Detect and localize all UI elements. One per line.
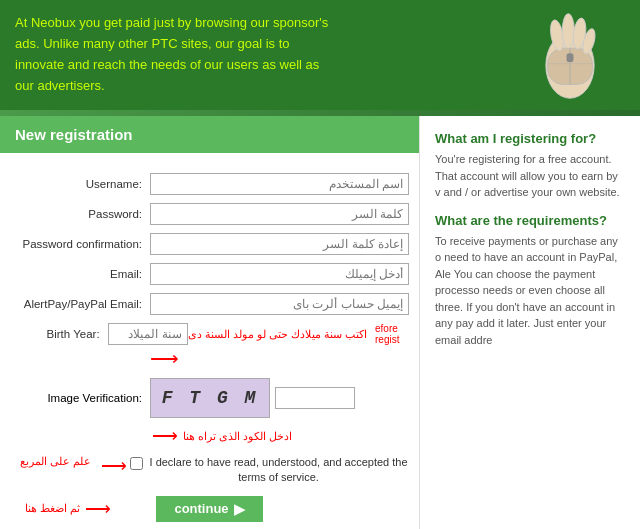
terms-row: علم على المربع ⟶ I declare to have read,… <box>10 455 409 486</box>
username-label: Username: <box>10 178 150 190</box>
section1-title: What am I registering for? <box>435 131 625 146</box>
captcha-image: F T G M <box>150 378 270 418</box>
email-input[interactable] <box>150 263 409 285</box>
email-row: Email: <box>10 263 409 285</box>
alertpay-label: AlertPay/PayPal Email: <box>10 298 150 310</box>
terms-arrow-icon: ⟶ <box>101 455 127 477</box>
password-input[interactable] <box>150 203 409 225</box>
password-label: Password: <box>10 208 150 220</box>
birth-year-row: Birth Year: اكتب سنة ميلادك حتى لو مولد … <box>10 323 409 345</box>
birth-arrow-icon: ⟶ <box>150 346 179 370</box>
birth-year-wrapper: Birth Year: اكتب سنة ميلادك حتى لو مولد … <box>10 323 409 370</box>
top-banner: At Neobux you get paid just by browsing … <box>0 0 640 110</box>
password-confirm-input[interactable] <box>150 233 409 255</box>
birth-year-label: Birth Year: <box>10 328 108 340</box>
captcha-row: Image Verification: F T G M <box>10 378 409 418</box>
captcha-annotation-text: ادخل الكود الذى تراه هنا <box>183 430 292 443</box>
section2-text: To receive payments or purchase any o ne… <box>435 233 625 349</box>
terms-annotation: علم على المربع <box>20 455 91 468</box>
section2-title: What are the requirements? <box>435 213 625 228</box>
password-confirm-label: Password confirmation: <box>10 238 150 250</box>
password-row: Password: <box>10 203 409 225</box>
continue-arrow-icon: ▶ <box>234 501 245 517</box>
continue-label: continue <box>174 501 228 516</box>
terms-checkbox[interactable] <box>130 457 143 470</box>
username-input[interactable] <box>150 173 409 195</box>
svg-point-6 <box>562 14 574 49</box>
right-panel: What am I registering for? You're regist… <box>420 116 640 529</box>
email-label: Email: <box>10 268 150 280</box>
birth-arrow-row: ⟶ <box>10 346 409 370</box>
alertpay-row: AlertPay/PayPal Email: <box>10 293 409 315</box>
birth-annotation: اكتب سنة ميلادك حتى لو مولد السنة دى <box>188 328 367 341</box>
terms-text: I declare to have read, understood, and … <box>148 455 409 486</box>
alertpay-input[interactable] <box>150 293 409 315</box>
before-register-text: efore regist <box>375 323 409 345</box>
section1-text: You're registering for a free account. T… <box>435 151 625 201</box>
svg-rect-4 <box>567 53 574 62</box>
form-area: Username: Password: Password confirmatio… <box>0 168 419 529</box>
password-confirm-row: Password confirmation: <box>10 233 409 255</box>
captcha-arrow-icon: ⟶ <box>152 425 178 447</box>
continue-row: ثم اضغط هنا ⟶ continue ▶ <box>10 491 409 529</box>
main-content: New registration Username: Password: Pas… <box>0 116 640 529</box>
captcha-annotation-row: ⟶ ادخل الكود الذى تراه هنا <box>10 425 409 447</box>
press-arrow-icon: ⟶ <box>85 498 111 520</box>
banner-text: At Neobux you get paid just by browsing … <box>15 13 335 96</box>
left-panel: New registration Username: Password: Pas… <box>0 116 420 529</box>
mouse-illustration <box>530 5 620 105</box>
username-row: Username: <box>10 173 409 195</box>
press-annotation: ثم اضغط هنا <box>25 502 80 515</box>
continue-button[interactable]: continue ▶ <box>156 496 262 522</box>
birth-year-input[interactable] <box>108 323 188 345</box>
registration-header: New registration <box>0 116 419 153</box>
image-verification-label: Image Verification: <box>10 392 150 404</box>
captcha-input[interactable] <box>275 387 355 409</box>
